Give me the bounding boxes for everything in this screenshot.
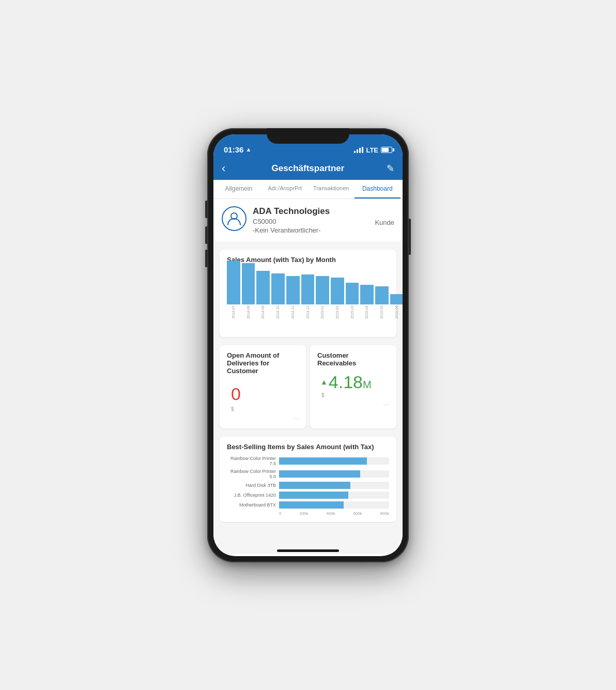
bar-chart-bars: 2014-072014-082014-092014-102014-112014-…: [227, 269, 389, 318]
customer-name: ADA Technologies: [253, 206, 368, 217]
lte-label: LTE: [366, 146, 378, 154]
receivables-value-row: ▲ 4.18M: [320, 372, 389, 392]
tab-bar: Allgemein Adr./AnsprPrt Transaktionen Da…: [213, 180, 403, 199]
bar-col: 2015-03: [346, 283, 359, 318]
deliveries-currency: $: [231, 406, 299, 412]
kpi-row: Open Amount of Deliveries for Customer 0…: [220, 345, 396, 428]
bar-fill: [346, 283, 359, 304]
sales-chart-card: Sales Amount (with Tax) by Month 2014-07…: [220, 250, 396, 337]
sales-bar-chart: 2014-072014-082014-092014-102014-112014-…: [227, 269, 389, 331]
signal-bars: [354, 147, 363, 153]
deliveries-value-row: 0: [227, 380, 299, 406]
hbar-row: J.B. Officeprint 1420: [227, 492, 389, 499]
deliveries-card[interactable]: Open Amount of Deliveries for Customer 0…: [220, 345, 306, 428]
location-icon: ▲: [245, 146, 251, 152]
edit-button[interactable]: ✎: [378, 163, 394, 174]
bar-axis-label: 2015-02: [332, 305, 343, 319]
bar-fill: [375, 286, 389, 304]
hbar-item-label: Rainbow Color Printer 7.5: [227, 456, 276, 466]
screen-content: ADA Technologies C50000 -Kein Verantwort…: [213, 199, 403, 554]
hbar-track: [279, 482, 389, 489]
receivables-arrow: ▲: [320, 378, 328, 386]
bar-axis-label: 2015-05: [376, 305, 388, 319]
hbar-fill: [279, 457, 367, 465]
customer-info: ADA Technologies C50000 -Kein Verantwort…: [253, 206, 368, 234]
hbar-fill: [279, 492, 348, 499]
back-button[interactable]: ‹: [222, 162, 238, 175]
receivables-value: 4.18M: [329, 372, 372, 392]
bar-fill: [256, 271, 270, 304]
bar-col: 2014-08: [242, 263, 255, 318]
tab-transaktionen[interactable]: Transaktionen: [308, 180, 355, 198]
bar-col: 2014-09: [256, 271, 270, 318]
bar-col: 2015-02: [331, 278, 344, 318]
bar-axis-label: 2014-08: [243, 305, 254, 319]
sales-chart-title: Sales Amount (with Tax) by Month: [227, 256, 389, 264]
hbar-axis-label: 200k: [299, 511, 308, 516]
bar-axis-label: 2015-06: [391, 305, 403, 319]
bar-col: 2015-05: [375, 286, 389, 318]
hbar-item-label: J.B. Officeprint 1420: [227, 493, 276, 498]
bar-col: 2014-12: [301, 274, 315, 318]
hbar-track: [279, 501, 389, 509]
hbar-item-label: Rainbow Color Printer 5.0: [227, 469, 276, 479]
tab-dashboard[interactable]: Dashboard: [355, 180, 401, 198]
hbar-fill: [279, 470, 360, 478]
time-display: 01:36: [224, 145, 243, 154]
bar-axis-label: 2014-09: [257, 305, 269, 319]
deliveries-title: Open Amount of Deliveries for Customer: [227, 351, 299, 375]
bar-axis-label: 2015-04: [361, 305, 373, 319]
bar-axis-label: 2015-01: [317, 305, 328, 319]
bar-axis-label: 2014-12: [302, 305, 313, 319]
bar-axis-label: 2014-07: [228, 305, 239, 319]
hbar-axis-labels: 0200k400k600k800k: [279, 511, 389, 516]
bar-axis-label: 2015-03: [346, 305, 358, 319]
bar-fill: [242, 263, 255, 304]
hbar-axis-label: 600k: [353, 511, 362, 516]
deliveries-dots: ···: [227, 414, 299, 422]
bar-fill: [331, 278, 344, 304]
bar-fill: [316, 276, 329, 304]
hbar-axis: 0200k400k600k800k: [279, 511, 389, 516]
bar-col: 2015-06: [390, 294, 403, 318]
status-right: LTE: [354, 146, 392, 154]
receivables-card[interactable]: Customer Receivables ▲ 4.18M $ ···: [310, 345, 396, 428]
battery-fill: [382, 148, 389, 152]
hbar-fill: [279, 501, 344, 509]
bar-col: 2014-07: [227, 260, 240, 318]
signal-bar-1: [354, 151, 356, 153]
bar-fill: [227, 260, 240, 304]
phone-device: 01:36 ▲ LTE ‹: [207, 128, 409, 562]
phone-notch: [267, 128, 349, 144]
phone-screen: 01:36 ▲ LTE ‹: [213, 134, 403, 556]
hbar-row: Hard Disk 3TB: [227, 482, 389, 489]
customer-responsible: -Kein Verantwortlicher-: [253, 226, 368, 234]
bar-col: 2014-10: [271, 273, 285, 318]
nav-bar: ‹ Geschäftspartner ✎: [213, 157, 403, 180]
receivables-dots: ···: [317, 400, 389, 408]
signal-bar-4: [362, 147, 363, 153]
bar-axis-label: 2014-10: [272, 305, 284, 319]
signal-bar-3: [359, 148, 361, 153]
customer-type: Kunde: [375, 219, 394, 226]
status-time: 01:36 ▲: [224, 145, 251, 154]
avatar-icon: [226, 210, 242, 227]
customer-header: ADA Technologies C50000 -Kein Verantwort…: [213, 199, 403, 241]
hbar-item-label: Motherboard BTX: [227, 502, 276, 508]
tab-adr[interactable]: Adr./AnsprPrt: [262, 180, 309, 198]
hbar-item-label: Hard Disk 3TB: [227, 483, 276, 488]
hbar-track: [279, 470, 389, 478]
home-indicator: [277, 549, 339, 552]
hbar-row: Rainbow Color Printer 7.5: [227, 456, 389, 466]
bar-fill: [271, 273, 285, 304]
bar-fill: [360, 285, 374, 304]
hbar-row: Motherboard BTX: [227, 501, 389, 509]
bar-col: 2015-04: [360, 285, 374, 318]
bar-fill: [301, 274, 315, 304]
best-selling-title: Best-Selling Items by Sales Amount (with…: [227, 443, 389, 451]
receivables-currency: $: [321, 392, 389, 398]
signal-bar-2: [357, 149, 358, 153]
hbar-axis-label: 400k: [326, 511, 335, 516]
tab-allgemein[interactable]: Allgemein: [215, 180, 262, 198]
hbar-fill: [279, 482, 350, 489]
